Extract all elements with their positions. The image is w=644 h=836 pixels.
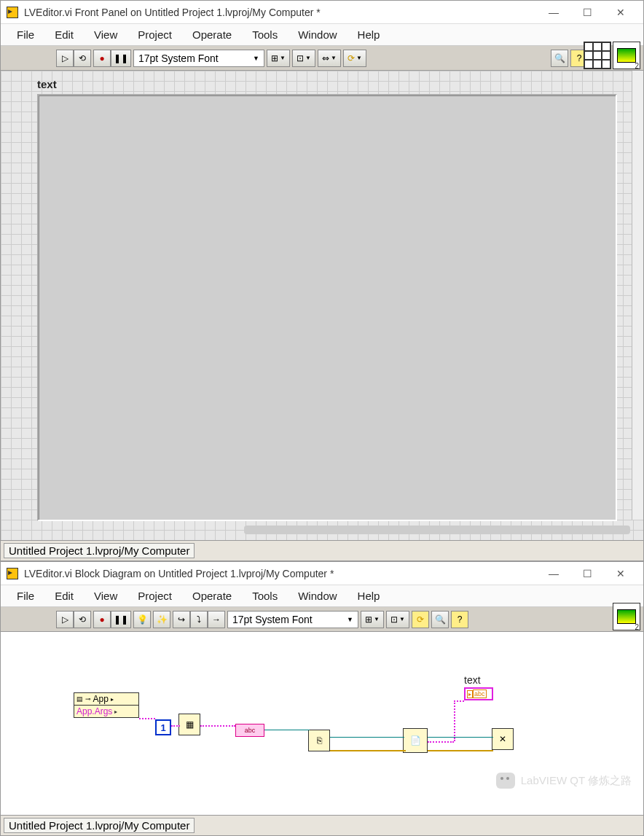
chevron-down-icon: ▼ (374, 616, 380, 622)
menu-view[interactable]: View (84, 587, 127, 605)
align-objects-button[interactable]: ⊞▼ (267, 50, 290, 67)
step-over-button[interactable]: ⤵ (190, 611, 208, 628)
vi-icon[interactable]: 2 (613, 42, 640, 69)
resize-icon: ⇔ (322, 53, 329, 63)
wire-string[interactable] (428, 741, 454, 743)
bd-statusbar: Untitled Project 1.lvproj/My Computer (1, 815, 643, 835)
menu-view[interactable]: View (84, 26, 127, 44)
wire-path[interactable] (264, 730, 310, 730)
string-constant[interactable]: abc (235, 724, 264, 737)
fp-statusbar: Untitled Project 1.lvproj/My Computer (1, 540, 643, 560)
close-button[interactable]: ✕ (604, 1, 637, 23)
context-help-button[interactable]: ? (451, 611, 468, 628)
index-array-function[interactable]: ▦ (178, 714, 200, 735)
menu-tools[interactable]: Tools (242, 26, 288, 44)
wire-refnum[interactable] (428, 737, 493, 738)
fp-titlebar[interactable]: LVEditor.vi Front Panel on Untitled Proj… (1, 1, 643, 24)
watermark-text: LabVIEW QT 修炼之路 (521, 774, 632, 788)
menu-project[interactable]: Project (127, 26, 182, 44)
abort-button[interactable]: ● (93, 611, 111, 628)
menu-window[interactable]: Window (288, 587, 347, 605)
bd-toolbar: ▷ ⟲ ● ❚❚ 💡 ✨ ↪ ⤵ → 17pt System Font ▼ ⊞▼… (1, 607, 643, 632)
distribute-icon: ⊡ (390, 614, 398, 625)
pause-button[interactable]: ❚❚ (111, 50, 131, 67)
run-icon: ▷ (62, 614, 68, 625)
pause-button[interactable]: ❚❚ (111, 611, 131, 628)
text-indicator-label[interactable]: text (464, 674, 481, 686)
text-control-label[interactable]: text (37, 78, 57, 90)
close-button[interactable]: ✕ (604, 563, 637, 585)
font-selector[interactable]: 17pt System Font ▼ (133, 50, 264, 67)
menu-window[interactable]: Window (288, 26, 347, 44)
highlight-execution-button[interactable]: 💡 (133, 611, 151, 628)
run-button[interactable]: ▷ (56, 50, 74, 67)
connector-pane: 2 (584, 42, 640, 69)
font-selector[interactable]: 17pt System Font ▼ (227, 611, 358, 628)
search-button[interactable]: 🔍 (551, 50, 568, 67)
run-continuous-icon: ⟲ (79, 614, 86, 625)
distribute-objects-button[interactable]: ⊡▼ (386, 611, 409, 628)
text-string-control[interactable] (37, 94, 617, 521)
close-file-function[interactable]: ✕ (492, 728, 514, 750)
minimize-button[interactable]: — (537, 563, 570, 585)
menu-operate[interactable]: Operate (182, 26, 242, 44)
wire-error[interactable] (428, 750, 493, 751)
menu-help[interactable]: Help (347, 26, 390, 44)
reorder-icon: ⟳ (347, 53, 355, 63)
wire-pink[interactable] (200, 725, 235, 727)
fp-canvas[interactable]: text (1, 71, 643, 540)
menu-file[interactable]: File (7, 26, 44, 44)
bd-window-title: LVEditor.vi Block Diagram on Untitled Pr… (24, 568, 537, 579)
align-objects-button[interactable]: ⊞▼ (361, 611, 384, 628)
bd-menubar: File Edit View Project Operate Tools Win… (1, 585, 643, 607)
menu-edit[interactable]: Edit (44, 26, 84, 44)
menu-edit[interactable]: Edit (44, 587, 84, 605)
menu-project[interactable]: Project (127, 587, 182, 605)
menu-tools[interactable]: Tools (242, 587, 288, 605)
run-button[interactable]: ▷ (56, 611, 74, 628)
retain-wire-values-button[interactable]: ✨ (153, 611, 170, 628)
menu-operate[interactable]: Operate (182, 587, 242, 605)
help-icon: ? (458, 614, 463, 625)
wire-error[interactable] (330, 750, 406, 751)
bd-vi-icon-pane: 2 (613, 603, 640, 630)
labview-vi-icon (7, 7, 18, 18)
step-out-button[interactable]: → (208, 611, 225, 628)
retain-icon: ✨ (157, 614, 168, 625)
run-continuously-button[interactable]: ⟲ (74, 50, 91, 67)
numeric-constant-value: 1 (160, 722, 165, 733)
maximize-button[interactable]: ☐ (570, 563, 604, 585)
abort-button[interactable]: ● (93, 50, 111, 67)
fp-status-text: Untitled Project 1.lvproj/My Computer (4, 543, 195, 558)
vertical-scrollbar[interactable] (632, 71, 643, 520)
text-indicator-terminal[interactable]: ▸abc (464, 687, 493, 700)
wire-pink[interactable] (139, 718, 155, 719)
minimize-button[interactable]: — (537, 1, 570, 23)
run-continuously-button[interactable]: ⟲ (74, 611, 91, 628)
resize-objects-button[interactable]: ⇔▼ (318, 50, 341, 67)
reorder-button[interactable]: ⟳▼ (343, 50, 366, 67)
wire-pink[interactable] (171, 725, 180, 727)
wire-refnum[interactable] (330, 737, 404, 738)
numeric-constant[interactable]: 1 (155, 719, 171, 735)
maximize-button[interactable]: ☐ (570, 1, 604, 23)
wire-string[interactable] (454, 700, 464, 702)
vi-icon[interactable]: 2 (613, 603, 640, 630)
bd-titlebar[interactable]: LVEditor.vi Block Diagram on Untitled Pr… (1, 562, 643, 585)
open-file-function[interactable]: ⎘ (308, 730, 330, 751)
pause-icon: ❚❚ (114, 614, 128, 625)
bd-canvas[interactable]: ▤ ⊸App▸ App.Args▸ 1 ▦ abc ⎘ 📄 ✕ text ▸ab… (1, 632, 643, 815)
horizontal-scrollbar-thumb[interactable] (244, 526, 630, 534)
connector-pane-grid[interactable] (584, 42, 611, 69)
wire-string[interactable] (454, 700, 455, 741)
menu-help[interactable]: Help (347, 587, 390, 605)
step-into-button[interactable]: ↪ (173, 611, 190, 628)
distribute-objects-button[interactable]: ⊡▼ (292, 50, 315, 67)
search-button[interactable]: 🔍 (431, 611, 449, 628)
cleanup-diagram-button[interactable]: ⟳ (412, 611, 429, 628)
property-node-app[interactable]: ▤ ⊸App▸ App.Args▸ (74, 692, 139, 718)
search-icon: 🔍 (435, 614, 446, 625)
menu-file[interactable]: File (7, 587, 44, 605)
bd-status-text: Untitled Project 1.lvproj/My Computer (4, 818, 195, 833)
read-text-file-function[interactable]: 📄 (403, 728, 428, 753)
